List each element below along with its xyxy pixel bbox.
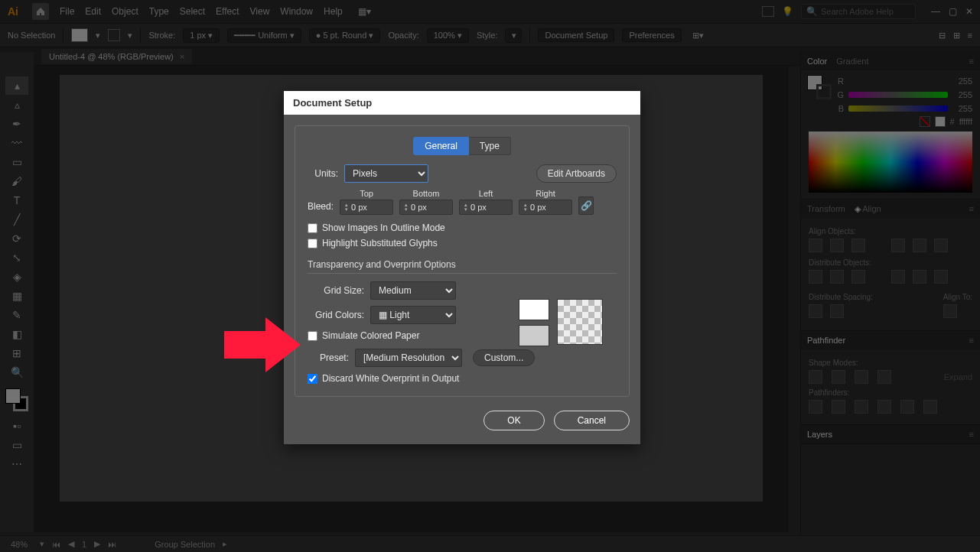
chevron-down-icon[interactable]: ▾ [96, 31, 100, 41]
stroke-weight[interactable]: 1 px ▾ [183, 28, 220, 43]
edit-artboards-button[interactable]: Edit Artboards [536, 164, 617, 183]
fill-swatch[interactable] [71, 28, 88, 42]
panel-menu-icon[interactable]: ≡ [969, 204, 974, 213]
dist-vspace-icon[interactable] [809, 304, 822, 318]
menu-edit[interactable]: Edit [85, 6, 101, 17]
link-bleed-icon[interactable]: 🔗 [578, 196, 594, 215]
dist-right-icon[interactable] [934, 270, 948, 284]
menu-help[interactable]: Help [324, 6, 343, 17]
trim-icon[interactable] [832, 400, 845, 414]
align-left-icon[interactable] [809, 239, 822, 252]
none-swatch-icon[interactable] [920, 116, 930, 127]
graphic-style[interactable]: ▾ [505, 28, 522, 43]
opacity-value[interactable]: 100% ▾ [427, 28, 469, 43]
grid-size-select[interactable]: Medium [370, 281, 456, 300]
grid-preview-light-swatch[interactable] [519, 299, 549, 320]
tab-color[interactable]: Color [807, 57, 827, 66]
gradient-tool-icon[interactable]: ▦ [5, 287, 28, 305]
grid-preview-dark-swatch[interactable] [519, 325, 549, 346]
artboard-tool-icon[interactable]: ⊞ [5, 344, 28, 362]
fill-stroke-indicator[interactable] [5, 388, 28, 411]
document-tab[interactable]: Untitled-4 @ 48% (RGB/Preview) × [41, 49, 192, 64]
bleed-top-input[interactable]: ▴▾0 px [340, 200, 393, 215]
type-tool-icon[interactable]: T [5, 191, 28, 209]
cancel-button[interactable]: Cancel [554, 411, 630, 430]
menu-view[interactable]: View [250, 6, 270, 17]
menu-type[interactable]: Type [149, 6, 169, 17]
tab-align[interactable]: ◈ Align [855, 204, 881, 214]
zoom-level[interactable]: 48% [6, 540, 32, 549]
menu-object[interactable]: Object [112, 6, 138, 17]
color-mode-icon[interactable]: ▪▫ [5, 417, 28, 435]
nav-prev-icon[interactable]: ◀ [68, 539, 74, 549]
bleed-left-input[interactable]: ▴▾0 px [459, 200, 513, 215]
show-outline-checkbox[interactable]: Show Images In Outline Mode [308, 222, 617, 233]
workspace-switcher-icon[interactable]: ▦▾ [358, 6, 371, 17]
align-hcenter-icon[interactable] [830, 239, 844, 252]
edit-toolbar-icon[interactable]: ⋯ [5, 455, 28, 473]
unite-icon[interactable] [809, 370, 822, 384]
scale-tool-icon[interactable]: ⤡ [5, 248, 28, 267]
close-tab-icon[interactable]: × [180, 52, 184, 61]
bleed-bottom-input[interactable]: ▴▾0 px [399, 200, 453, 215]
discard-white-checkbox[interactable]: Discard White Overprint in Output [308, 373, 617, 384]
minus-back-icon[interactable] [923, 400, 937, 414]
align-bottom-icon[interactable] [934, 239, 948, 252]
stroke-profile[interactable]: ━━━━ Uniform ▾ [227, 28, 301, 43]
direct-selection-tool-icon[interactable]: ▵ [5, 96, 28, 114]
crop-icon[interactable] [877, 400, 891, 414]
intersect-icon[interactable] [855, 370, 868, 384]
hex-value[interactable]: ffffff [959, 117, 972, 126]
align-to-icon[interactable] [943, 304, 957, 318]
tab-general[interactable]: General [413, 137, 469, 155]
bleed-right-input[interactable]: ▴▾0 px [519, 200, 572, 215]
rotate-tool-icon[interactable]: ⟳ [5, 229, 28, 248]
align-top-icon[interactable] [891, 239, 905, 252]
tab-type[interactable]: Type [469, 137, 511, 155]
eraser-tool-icon[interactable]: ◧ [5, 325, 28, 343]
panel-menu-icon[interactable]: ≡ [969, 430, 974, 439]
dist-bottom-icon[interactable] [851, 270, 865, 284]
tab-transform[interactable]: Transform [807, 204, 845, 213]
brush-preset[interactable]: ● 5 pt. Round ▾ [309, 28, 381, 43]
chevron-down-icon[interactable]: ▾ [128, 31, 132, 41]
stroke-swatch[interactable] [108, 29, 120, 41]
width-tool-icon[interactable]: ◈ [5, 268, 28, 286]
tab-pathfinder[interactable]: Pathfinder [807, 336, 845, 345]
document-setup-button[interactable]: Document Setup [538, 28, 614, 42]
panel-menu-icon[interactable]: ≡ [969, 57, 974, 66]
tab-layers[interactable]: Layers [807, 430, 832, 439]
align-right-icon[interactable] [851, 239, 865, 252]
merge-icon[interactable] [855, 400, 868, 414]
dist-vcenter-icon[interactable] [830, 270, 844, 284]
align-icon[interactable]: ⊞▾ [692, 31, 704, 41]
paintbrush-tool-icon[interactable]: 🖌 [5, 172, 28, 190]
custom-button[interactable]: Custom... [473, 349, 535, 366]
highlight-glyphs-checkbox[interactable]: Highlight Substituted Glyphs [308, 238, 617, 248]
color-slider-r[interactable]: R255 [836, 76, 972, 86]
panel-icon[interactable]: ⊞ [953, 31, 960, 41]
units-select[interactable]: Pixels [344, 164, 428, 183]
line-tool-icon[interactable]: ╱ [5, 210, 28, 229]
selection-tool-icon[interactable]: ▴ [5, 76, 28, 95]
expand-button[interactable]: Expand [944, 372, 972, 382]
color-slider-g[interactable]: G255 [836, 90, 972, 99]
color-slider-b[interactable]: B255 [836, 104, 972, 113]
menu-select[interactable]: Select [180, 6, 205, 17]
rectangle-tool-icon[interactable]: ▭ [5, 153, 28, 171]
nav-next-icon[interactable]: ▶ [94, 539, 100, 549]
minus-front-icon[interactable] [832, 370, 845, 384]
max-icon[interactable]: ▢ [946, 5, 959, 18]
menu-effect[interactable]: Effect [216, 6, 239, 17]
min-icon[interactable]: — [930, 5, 942, 18]
panel-menu-icon[interactable]: ≡ [969, 336, 974, 345]
dist-left-icon[interactable] [891, 270, 905, 284]
menu-file[interactable]: File [60, 6, 74, 17]
close-icon[interactable]: ✕ [963, 5, 975, 18]
artboard-index[interactable]: 1 [82, 540, 86, 549]
dist-top-icon[interactable] [809, 270, 822, 284]
divide-icon[interactable] [809, 400, 822, 414]
white-swatch[interactable] [935, 116, 946, 127]
dist-hcenter-icon[interactable] [913, 270, 926, 284]
nav-first-icon[interactable]: ⏮ [52, 540, 60, 549]
